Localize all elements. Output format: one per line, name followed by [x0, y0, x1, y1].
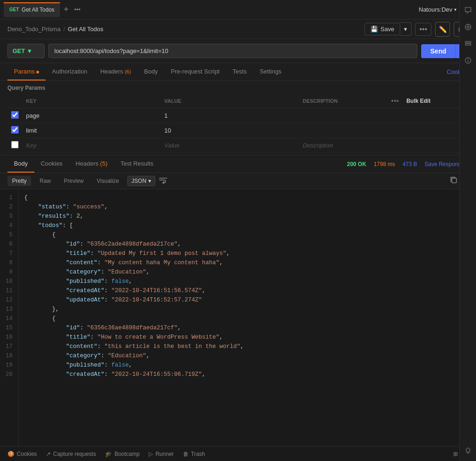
code-line: "content": "this article is the best in … [24, 342, 470, 351]
save-button[interactable]: 💾 Save [364, 23, 401, 35]
status-bootcamp[interactable]: 🎓 Bootcamp [105, 451, 139, 457]
query-params-label: Query Params [7, 85, 469, 91]
code-line: "status": "success", [24, 202, 470, 212]
format-dropdown-icon: ▾ [148, 178, 151, 184]
sidebar-api-icon[interactable] [462, 20, 475, 33]
tab-title: Get All Todos [22, 7, 55, 13]
workspace-selector[interactable]: Natours:Dev ▾ [419, 6, 456, 13]
breadcrumb-bar: Deno_Todo_Prisma / Get All Todos 💾 Save … [0, 20, 476, 39]
sidebar-lightbulb-icon[interactable] [462, 444, 475, 457]
sidebar-info-icon[interactable] [462, 54, 475, 67]
status-runner-label: Runner [155, 451, 173, 457]
tab-settings[interactable]: Settings [253, 63, 288, 80]
param-empty-checkbox[interactable] [11, 141, 19, 148]
status-cookies[interactable]: 🍪 Cookies [7, 451, 37, 457]
response-tab-cookies[interactable]: Cookies [34, 155, 69, 173]
code-line: "title": "How to create a WordPress Webs… [24, 333, 470, 342]
cookies-icon: 🍪 [7, 451, 14, 457]
value-column-header: VALUE [161, 94, 299, 108]
param-limit-value: 10 [165, 127, 171, 134]
response-tab-body[interactable]: Body [7, 155, 34, 173]
edit-button[interactable]: ✏️ [435, 22, 450, 37]
method-label: GET [13, 47, 25, 54]
status-trash[interactable]: 🗑 Trash [183, 451, 205, 457]
status-trash-label: Trash [191, 451, 205, 457]
code-line: "title": "Updated My first 1 demo post a… [24, 249, 470, 258]
wrap-button[interactable] [159, 177, 167, 185]
sidebar-collection-icon[interactable] [462, 37, 475, 50]
request-tabs-nav: Params Authorization Headers (6) Body Pr… [0, 63, 476, 81]
copy-button[interactable] [450, 176, 457, 186]
param-empty-key: Key [26, 142, 36, 149]
param-row-empty: Key Value Description [7, 138, 469, 153]
runner-icon: ▷ [149, 451, 153, 457]
breadcrumb: Deno_Todo_Prisma / Get All Todos [7, 26, 103, 33]
param-page-key: page [26, 112, 40, 119]
save-dropdown-button[interactable]: ▾ [400, 22, 411, 36]
code-line: "createdAt": "2022-10-24T16:55:06.719Z", [24, 370, 470, 379]
tab-params[interactable]: Params [7, 63, 46, 80]
code-view-pretty[interactable]: Pretty [7, 176, 31, 186]
more-tabs-button[interactable]: ••• [73, 4, 83, 15]
code-line: "updatedAt": "2022-10-24T16:52:57.274Z" [24, 295, 470, 305]
status-capture-label: Capture requests [53, 451, 96, 457]
code-line: { [24, 314, 470, 323]
save-response-label: Save Response [424, 161, 464, 167]
tab-tests[interactable]: Tests [226, 63, 253, 80]
trash-icon: 🗑 [183, 451, 189, 457]
response-size: 473 B [403, 161, 417, 167]
code-line: "id": "6356c36ae4898dfaeda217cf", [24, 323, 470, 333]
grid-icon: ⊞ [453, 451, 458, 457]
wrap-icon [159, 177, 167, 184]
tab-headers[interactable]: Headers (6) [94, 63, 138, 80]
method-selector[interactable]: GET ▾ [7, 44, 45, 58]
code-line: "published": false, [24, 361, 470, 370]
bulk-edit-button[interactable]: Bulk Edit [406, 98, 430, 104]
response-code-area: 1234567891011121314151617181920 { "statu… [0, 189, 476, 446]
code-view-visualize[interactable]: Visualize [92, 176, 124, 186]
params-section: Query Params KEY VALUE DESCRIPTION ••• B… [0, 81, 476, 155]
url-input[interactable] [48, 44, 417, 58]
format-label: JSON [132, 178, 146, 184]
format-selector[interactable]: JSON ▾ [127, 176, 155, 186]
tab-authorization[interactable]: Authorization [46, 63, 94, 80]
tab-pre-request-script[interactable]: Pre-request Script [165, 63, 226, 80]
response-tab-headers[interactable]: Headers (5) [69, 155, 114, 173]
code-line: "category": "Education", [24, 351, 470, 361]
code-view-raw[interactable]: Raw [35, 176, 55, 186]
param-limit-key: limit [26, 127, 37, 134]
param-page-checkbox[interactable] [11, 111, 19, 119]
code-line: "createdAt": "2022-10-24T16:51:56.574Z", [24, 286, 470, 295]
response-status-code: 200 OK [347, 161, 366, 167]
breadcrumb-parent[interactable]: Deno_Todo_Prisma [7, 26, 60, 33]
code-content: { "status": "success", "results": 2, "to… [19, 189, 476, 446]
more-options-button[interactable]: ••• [415, 23, 431, 36]
response-time: 1798 ms [374, 161, 395, 167]
url-bar: GET ▾ Send ▾ [0, 39, 476, 63]
tab-method: GET [9, 7, 19, 12]
status-capture[interactable]: ↗ Capture requests [46, 451, 96, 457]
tab-body[interactable]: Body [138, 63, 165, 80]
params-more-button[interactable]: ••• [391, 97, 399, 105]
tab-bar: GET Get All Todos + ••• Natours:Dev ▾ [0, 0, 476, 20]
param-empty-value: Value [165, 142, 180, 149]
code-view-bar: Pretty Raw Preview Visualize JSON ▾ [0, 173, 476, 189]
status-bootcamp-label: Bootcamp [114, 451, 139, 457]
new-tab-button[interactable]: + [62, 3, 71, 16]
save-label: Save [381, 26, 395, 33]
right-sidebar [459, 0, 476, 461]
status-grid[interactable]: ⊞ [453, 451, 458, 457]
copy-icon [450, 176, 457, 184]
breadcrumb-separator: / [63, 26, 65, 33]
svg-rect-2 [452, 178, 456, 183]
svg-point-12 [468, 59, 468, 60]
sidebar-chat-icon[interactable] [462, 4, 475, 17]
param-limit-checkbox[interactable] [11, 126, 19, 134]
code-view-preview[interactable]: Preview [59, 176, 88, 186]
method-dropdown-icon: ▾ [28, 47, 31, 54]
active-tab[interactable]: GET Get All Todos [4, 2, 60, 17]
status-runner[interactable]: ▷ Runner [149, 451, 173, 457]
response-tab-test-results[interactable]: Test Results [114, 155, 160, 173]
send-button[interactable]: Send [421, 44, 456, 58]
svg-rect-8 [465, 41, 471, 43]
